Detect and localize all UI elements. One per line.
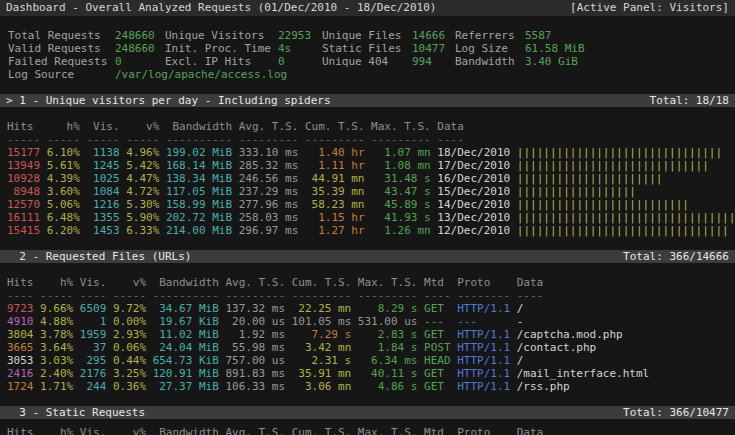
- stat-value-bandwidth: 3.40 GiB: [525, 55, 578, 68]
- cell-mtd: GET: [424, 328, 450, 341]
- cell-avg-t-s: 246.56 ms: [239, 172, 299, 185]
- cell-hits: 4910: [7, 315, 33, 328]
- cell-hits: 10928: [7, 172, 40, 185]
- table-row[interactable]: 38043.78%19592.93%11.02 MiB1.92 ms7.29 s…: [0, 328, 735, 341]
- table-row[interactable]: 97239.66%65099.72%34.67 MiB137.32 ms22.2…: [0, 302, 735, 315]
- col-header-bandwidth: Bandwidth: [153, 426, 219, 435]
- table-row[interactable]: 161116.48%13555.90%202.72 MiB258.03 ms1.…: [0, 211, 735, 224]
- cell-bandwidth: 654.73 KiB: [153, 354, 219, 367]
- col-header-bandwidth: Bandwidth: [153, 276, 219, 289]
- panel-header-unique-visitors[interactable]: > 1 - Unique visitors per day - Includin…: [0, 94, 735, 107]
- hits-bar: ||||||||||||||||||: [517, 185, 636, 198]
- table-row[interactable]: 36653.64%370.06%24.04 MiB55.98 ms3.42 mn…: [0, 341, 735, 354]
- panel-unique-visitors: > 1 - Unique visitors per day - Includin…: [0, 94, 735, 237]
- col-header-v: v%: [113, 276, 146, 289]
- cell-v: 0.36%: [113, 380, 146, 393]
- table-row[interactable]: 17241.71%2440.36%27.37 MiB106.33 ms3.06 …: [0, 380, 735, 393]
- panel-header-requested-files[interactable]: 2 - Requested Files (URLs) Total: 366/14…: [0, 250, 735, 263]
- table-row[interactable]: 139495.61%12455.42%168.14 MiB285.32 ms1.…: [0, 159, 735, 172]
- hits-bar: |||||||||||||||||||||||||||||: [517, 159, 709, 172]
- summary-stats: Total Requests 248660 Unique Visitors 22…: [0, 29, 735, 81]
- cell-h: 6.10%: [47, 146, 80, 159]
- cell-hits: 15415: [7, 224, 40, 237]
- col-header-h: h%: [47, 120, 80, 133]
- stat-value-unique-visitors: 22953: [278, 29, 311, 42]
- cell-h: 3.78%: [40, 328, 73, 341]
- separator-dashes: ---------: [371, 133, 431, 146]
- cell-avg-t-s: 20.00 us: [225, 315, 285, 328]
- col-header-mtd: Mtd: [424, 426, 450, 435]
- table-row[interactable]: 125705.06%12165.30%158.99 MiB277.96 ms58…: [0, 198, 735, 211]
- stat-label-excl-ip-hits: Excl. IP Hits: [165, 55, 251, 68]
- table-row[interactable]: 109284.39%10254.47%138.34 MiB246.56 ms44…: [0, 172, 735, 185]
- stat-value-total-requests: 248660: [115, 29, 155, 42]
- cell-vis: 295: [80, 354, 106, 367]
- hits-bar: ||||||||||||||||||||||: [517, 172, 663, 185]
- summary-line: Valid Requests 248660 Init. Proc. Time 4…: [0, 42, 735, 55]
- cell-bandwidth: 27.37 MiB: [153, 380, 219, 393]
- cell-data: /mail_interface.html: [517, 367, 649, 380]
- table-row[interactable]: 89483.60%10844.72%117.05 MiB237.29 ms35.…: [0, 185, 735, 198]
- summary-line: Failed Requests 0 Excl. IP Hits 0 Unique…: [0, 55, 735, 68]
- separator-dashes: ---------: [305, 133, 365, 146]
- separator-dashes: ---------: [225, 289, 285, 302]
- cell-avg-t-s: 258.03 ms: [239, 211, 299, 224]
- spacer: [0, 237, 735, 250]
- separator-dashes: ---------: [358, 289, 418, 302]
- table-row[interactable]: 151776.10%11384.96%199.02 MiB333.10 ms1.…: [0, 146, 735, 159]
- table-row[interactable]: 30533.03%2950.44%654.73 KiB757.00 us2.31…: [0, 354, 735, 367]
- cell-bandwidth: 11.02 MiB: [153, 328, 219, 341]
- col-header-data: Data: [517, 426, 544, 435]
- cell-hits: 15177: [7, 146, 40, 159]
- stat-value-init-proc-time: 4s: [278, 42, 291, 55]
- cell-max-t-s: 6.34 ms: [358, 354, 418, 367]
- cell-data: 18/Dec/2010: [437, 146, 510, 159]
- column-headers: Hitsh%Vis.v%BandwidthAvg. T.S.Cum. T.S.M…: [0, 426, 735, 435]
- table-row[interactable]: 154156.20%14536.33%214.00 MiB296.97 ms1.…: [0, 224, 735, 237]
- cell-max-t-s: 40.11 s: [358, 367, 418, 380]
- table-row[interactable]: 49104.88%10.00%19.67 KiB20.00 us101.05 m…: [0, 315, 735, 328]
- cell-hits: 3804: [7, 328, 33, 341]
- table-row[interactable]: 24162.40%21763.25%120.91 MiB891.83 ms35.…: [0, 367, 735, 380]
- cell-avg-t-s: 237.29 ms: [239, 185, 299, 198]
- cell-bandwidth: 34.67 MiB: [153, 302, 219, 315]
- cell-h: 6.48%: [47, 211, 80, 224]
- cell-mtd: POST: [424, 341, 450, 354]
- column-headers: Hitsh%Vis.v%BandwidthAvg. T.S.Cum. T.S.M…: [0, 120, 735, 133]
- panel-title: 3 - Static Requests: [6, 406, 145, 419]
- cell-data: -: [517, 315, 524, 328]
- cell-v: 3.25%: [113, 367, 146, 380]
- cell-bandwidth: 199.02 MiB: [166, 146, 232, 159]
- cell-max-t-s: 531.00 us: [358, 315, 418, 328]
- cell-max-t-s: 45.89 s: [371, 198, 431, 211]
- cell-h: 5.06%: [47, 198, 80, 211]
- separator-dashes: -----: [40, 289, 73, 302]
- stat-label-unique-404: Unique 404: [322, 55, 388, 68]
- spacer: [0, 107, 735, 120]
- panel-header-static-requests[interactable]: 3 - Static Requests Total: 366/10477: [0, 406, 735, 419]
- col-header-avg-t-s: Avg. T.S.: [239, 120, 299, 133]
- cell-hits: 3053: [7, 354, 33, 367]
- cell-bandwidth: 202.72 MiB: [166, 211, 232, 224]
- col-header-mtd: Mtd: [424, 276, 450, 289]
- col-header-avg-t-s: Avg. T.S.: [225, 276, 285, 289]
- col-header-bandwidth: Bandwidth: [166, 120, 232, 133]
- panel-total-count: Total: 18/18: [650, 94, 729, 107]
- cell-bandwidth: 117.05 MiB: [166, 185, 232, 198]
- cell-proto: HTTP/1.1: [457, 367, 510, 380]
- cell-avg-t-s: 55.98 ms: [225, 341, 285, 354]
- col-header-vis: Vis.: [80, 276, 106, 289]
- stat-value-excl-ip-hits: 0: [278, 55, 285, 68]
- stat-label-unique-files: Unique Files: [322, 29, 401, 42]
- cell-bandwidth: 24.04 MiB: [153, 341, 219, 354]
- cell-hits: 3665: [7, 341, 33, 354]
- cell-proto: HTTP/1.1: [457, 354, 510, 367]
- col-header-cum-t-s: Cum. T.S.: [292, 426, 352, 435]
- spacer: [0, 419, 735, 426]
- cell-data: /rss.php: [517, 380, 570, 393]
- cell-data: /captcha.mod.php: [517, 328, 623, 341]
- cell-bandwidth: 168.14 MiB: [166, 159, 232, 172]
- cell-data: /: [517, 354, 524, 367]
- cell-h: 4.39%: [47, 172, 80, 185]
- cell-vis: 1216: [86, 198, 119, 211]
